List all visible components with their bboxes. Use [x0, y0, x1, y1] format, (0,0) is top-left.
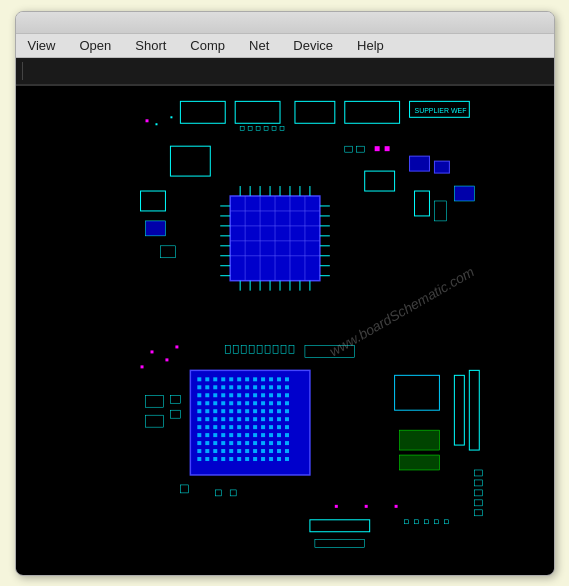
svg-rect-165 — [285, 433, 289, 437]
svg-rect-7 — [145, 119, 148, 122]
svg-rect-149 — [253, 425, 257, 429]
svg-rect-190 — [197, 457, 201, 461]
svg-rect-157 — [221, 433, 225, 437]
menu-device[interactable]: Device — [289, 36, 337, 55]
svg-rect-64 — [374, 146, 379, 151]
svg-rect-194 — [229, 457, 233, 461]
toolbar-separator — [22, 62, 23, 80]
svg-rect-161 — [253, 433, 257, 437]
svg-rect-140 — [277, 417, 281, 421]
svg-rect-97 — [221, 393, 225, 397]
menu-comp[interactable]: Comp — [186, 36, 229, 55]
svg-rect-186 — [261, 449, 265, 453]
menu-open[interactable]: Open — [75, 36, 115, 55]
svg-rect-101 — [253, 393, 257, 397]
svg-rect-222 — [175, 345, 178, 348]
svg-rect-102 — [261, 393, 265, 397]
svg-rect-122 — [229, 409, 233, 413]
svg-rect-153 — [285, 425, 289, 429]
svg-rect-120 — [213, 409, 217, 413]
svg-rect-77 — [253, 377, 257, 381]
svg-rect-219 — [399, 455, 439, 470]
svg-rect-240 — [364, 504, 367, 507]
svg-rect-124 — [245, 409, 249, 413]
svg-rect-221 — [165, 358, 168, 361]
svg-rect-94 — [197, 393, 201, 397]
svg-rect-113 — [253, 401, 257, 405]
svg-rect-241 — [394, 504, 397, 507]
svg-rect-191 — [205, 457, 209, 461]
svg-rect-79 — [269, 377, 273, 381]
svg-rect-144 — [213, 425, 217, 429]
menu-help[interactable]: Help — [353, 36, 388, 55]
svg-rect-110 — [229, 401, 233, 405]
svg-rect-174 — [261, 441, 265, 445]
svg-rect-96 — [213, 393, 217, 397]
svg-rect-173 — [253, 441, 257, 445]
svg-rect-99 — [237, 393, 241, 397]
svg-rect-147 — [237, 425, 241, 429]
svg-rect-204 — [454, 186, 474, 201]
svg-rect-189 — [285, 449, 289, 453]
svg-rect-181 — [221, 449, 225, 453]
svg-rect-175 — [269, 441, 273, 445]
svg-rect-65 — [384, 146, 389, 151]
svg-rect-80 — [277, 377, 281, 381]
svg-rect-199 — [269, 457, 273, 461]
svg-rect-100 — [245, 393, 249, 397]
svg-rect-193 — [221, 457, 225, 461]
svg-rect-61 — [434, 161, 449, 173]
svg-text:SUPPLIER WEF: SUPPLIER WEF — [414, 107, 466, 114]
menu-short[interactable]: Short — [131, 36, 170, 55]
app-window: View Open Short Comp Net Device Help SUP… — [15, 11, 555, 576]
svg-rect-70 — [197, 377, 201, 381]
svg-rect-150 — [261, 425, 265, 429]
svg-rect-112 — [245, 401, 249, 405]
svg-rect-78 — [261, 377, 265, 381]
svg-rect-118 — [197, 409, 201, 413]
svg-rect-155 — [205, 433, 209, 437]
svg-rect-104 — [277, 393, 281, 397]
svg-rect-75 — [237, 377, 241, 381]
svg-rect-74 — [229, 377, 233, 381]
svg-rect-145 — [221, 425, 225, 429]
svg-rect-128 — [277, 409, 281, 413]
svg-rect-123 — [237, 409, 241, 413]
svg-rect-138 — [261, 417, 265, 421]
svg-rect-111 — [237, 401, 241, 405]
svg-rect-185 — [253, 449, 257, 453]
svg-rect-187 — [269, 449, 273, 453]
svg-rect-182 — [229, 449, 233, 453]
svg-rect-84 — [213, 385, 217, 389]
canvas-area[interactable]: SUPPLIER WEF — [16, 86, 554, 575]
svg-rect-109 — [221, 401, 225, 405]
svg-rect-85 — [221, 385, 225, 389]
menu-net[interactable]: Net — [245, 36, 273, 55]
svg-rect-76 — [245, 377, 249, 381]
svg-rect-142 — [197, 425, 201, 429]
svg-rect-179 — [205, 449, 209, 453]
svg-rect-148 — [245, 425, 249, 429]
svg-rect-9 — [170, 116, 172, 118]
svg-rect-160 — [245, 433, 249, 437]
svg-rect-218 — [399, 430, 439, 450]
svg-rect-154 — [197, 433, 201, 437]
svg-rect-73 — [221, 377, 225, 381]
schematic-view: SUPPLIER WEF — [16, 86, 554, 575]
svg-rect-239 — [334, 504, 337, 507]
svg-rect-81 — [285, 377, 289, 381]
svg-rect-114 — [261, 401, 265, 405]
svg-rect-198 — [261, 457, 265, 461]
svg-rect-91 — [269, 385, 273, 389]
svg-rect-168 — [213, 441, 217, 445]
svg-rect-60 — [409, 156, 429, 171]
svg-rect-93 — [285, 385, 289, 389]
svg-rect-151 — [269, 425, 273, 429]
svg-rect-163 — [269, 433, 273, 437]
svg-rect-180 — [213, 449, 217, 453]
svg-rect-178 — [197, 449, 201, 453]
svg-rect-167 — [205, 441, 209, 445]
svg-rect-166 — [197, 441, 201, 445]
svg-rect-170 — [229, 441, 233, 445]
menu-view[interactable]: View — [24, 36, 60, 55]
